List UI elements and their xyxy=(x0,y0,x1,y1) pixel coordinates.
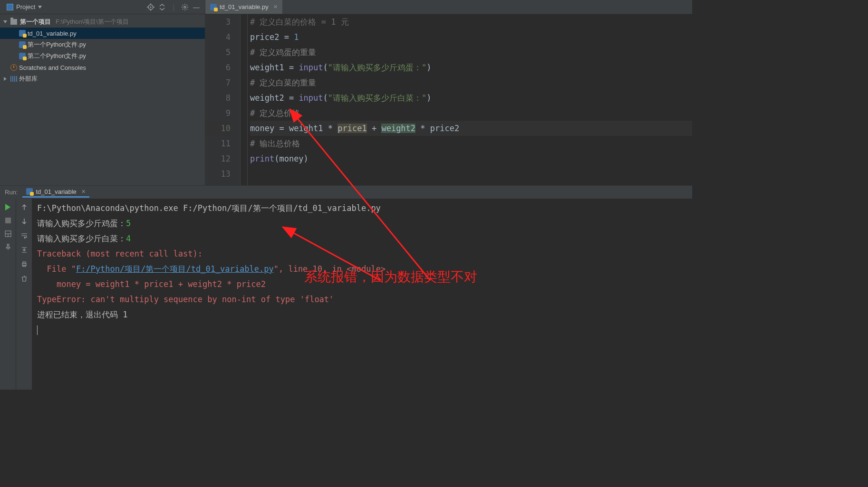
trash-icon[interactable] xyxy=(19,273,30,284)
python-file-icon xyxy=(26,188,33,195)
code-line[interactable]: price2 = 1 xyxy=(250,29,692,45)
stop-button[interactable] xyxy=(2,215,14,226)
code-line[interactable]: # 定义总价格 xyxy=(250,105,692,121)
print-icon[interactable] xyxy=(19,258,30,270)
soft-wrap-icon[interactable] xyxy=(19,230,30,241)
python-file-icon xyxy=(19,30,26,37)
tree-row[interactable]: 第一个Python文件.py xyxy=(0,39,205,50)
console-line: 请输入购买多少斤白菜：4 xyxy=(37,231,687,246)
tree-row[interactable]: 外部库 xyxy=(0,73,205,85)
folder-icon xyxy=(10,19,17,25)
down-icon[interactable] xyxy=(19,216,30,227)
run-header-label: Run: xyxy=(5,189,18,196)
run-tool-window: Run: td_01_variable ✕ F:\Py xyxy=(0,185,692,390)
svg-rect-5 xyxy=(23,262,26,263)
cursor xyxy=(37,325,38,335)
console-line: 进程已结束，退出代码 1 xyxy=(37,307,687,322)
editor-tab-label: td_01_variable.py xyxy=(220,3,269,10)
scroll-to-end-icon[interactable] xyxy=(19,244,30,256)
divider: | xyxy=(168,1,179,13)
tree-row[interactable]: td_01_variable.py xyxy=(0,28,205,39)
layout-icon[interactable] xyxy=(2,228,14,239)
project-tool-window: Project | — 第一个项目F:\Python\项目\第一个项目td_01… xyxy=(0,0,205,185)
code-line[interactable]: # 输出总价格 xyxy=(250,136,692,151)
console-line: 请输入购买多少斤鸡蛋：5 xyxy=(37,216,687,231)
tree-row[interactable]: 第二个Python文件.py xyxy=(0,50,205,62)
code-line[interactable]: money = weight1 * price1 + weight2 * pri… xyxy=(250,121,692,136)
project-selector[interactable]: Project xyxy=(3,2,46,11)
close-icon[interactable]: ✕ xyxy=(273,4,278,10)
svg-point-1 xyxy=(150,6,152,8)
code-line[interactable]: # 定义白菜的价格 = 1 元 xyxy=(250,14,692,29)
line-number-gutter: 345678910111213 xyxy=(205,14,241,185)
console-line: TypeError: can't multiply sequence by no… xyxy=(37,292,687,307)
tree-row[interactable]: Scratches and Consoles xyxy=(0,62,205,73)
python-file-icon xyxy=(19,53,26,59)
locate-icon[interactable] xyxy=(145,1,156,13)
code-line[interactable]: weight2 = input("请输入购买多少斤白菜：") xyxy=(250,90,692,105)
code-line[interactable]: # 定义鸡蛋的重量 xyxy=(250,45,692,60)
tree-row[interactable]: 第一个项目F:\Python\项目\第一个项目 xyxy=(0,16,205,28)
project-title: Project xyxy=(16,3,35,10)
console-line: money = weight1 * price1 + weight2 * pri… xyxy=(37,277,687,292)
code-line[interactable]: weight1 = input("请输入购买多少斤鸡蛋：") xyxy=(250,60,692,75)
project-header: Project | — xyxy=(0,0,205,14)
svg-point-2 xyxy=(184,6,186,8)
console-line: F:\Python\Anaconda\python.exe F:/Python/… xyxy=(37,201,687,216)
console-line: Traceback (most recent call last): xyxy=(37,246,687,261)
editor-tab[interactable]: td_01_variable.py ✕ xyxy=(205,0,282,14)
close-icon[interactable]: ✕ xyxy=(81,189,86,195)
expand-all-icon[interactable] xyxy=(156,1,168,13)
run-tab-label: td_01_variable xyxy=(36,188,76,195)
code-line[interactable]: # 定义白菜的重量 xyxy=(250,75,692,90)
run-tab[interactable]: td_01_variable ✕ xyxy=(22,187,89,198)
run-header: Run: td_01_variable ✕ xyxy=(0,186,692,199)
project-tree[interactable]: 第一个项目F:\Python\项目\第一个项目td_01_variable.py… xyxy=(0,14,205,86)
up-icon[interactable] xyxy=(19,201,30,213)
editor-area: td_01_variable.py ✕ 345678910111213 # 定义… xyxy=(205,0,692,185)
run-toolbar-1 xyxy=(0,199,16,390)
chevron-down-icon xyxy=(38,6,42,9)
project-icon xyxy=(7,4,13,10)
run-toolbar-2 xyxy=(16,199,32,390)
library-icon xyxy=(10,76,17,82)
code-editor[interactable]: 345678910111213 # 定义白菜的价格 = 1 元price2 = … xyxy=(205,14,692,185)
gear-icon[interactable] xyxy=(179,1,191,13)
editor-tab-bar: td_01_variable.py ✕ xyxy=(205,0,692,14)
code-line[interactable]: print(money) xyxy=(250,151,692,166)
python-file-icon xyxy=(210,4,217,10)
python-file-icon xyxy=(19,41,26,48)
console-output[interactable]: F:\Python\Anaconda\python.exe F:/Python/… xyxy=(32,199,692,390)
rerun-button[interactable] xyxy=(2,201,14,213)
console-line: File "F:/Python/项目/第一个项目/td_01_variable.… xyxy=(37,261,687,277)
minimize-icon[interactable]: — xyxy=(191,1,202,13)
scratch-icon xyxy=(10,64,17,71)
pin-icon[interactable] xyxy=(2,241,14,253)
